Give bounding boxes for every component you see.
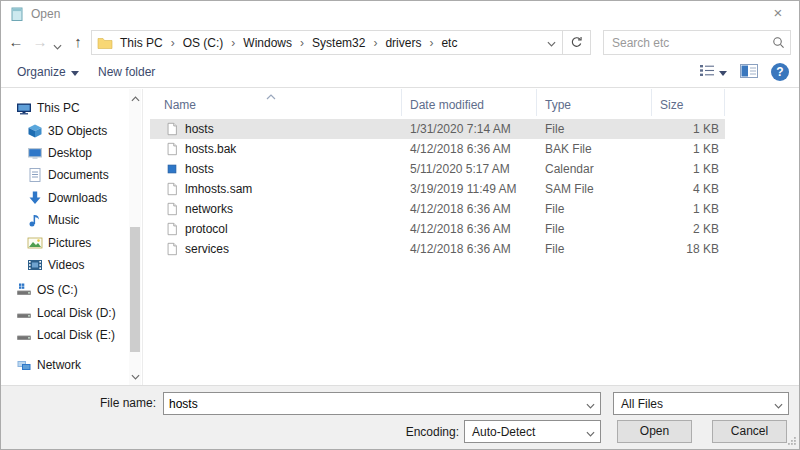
breadcrumb-item[interactable]: System32 bbox=[305, 31, 372, 54]
file-row[interactable]: services4/12/2018 6:36 AMFile18 KB bbox=[150, 239, 725, 259]
sidebar-item-label: Music bbox=[48, 213, 79, 227]
address-dropdown-chevron-icon[interactable] bbox=[540, 36, 562, 50]
column-header-date-modified[interactable]: Date modified bbox=[402, 89, 537, 116]
search-icon bbox=[766, 33, 790, 52]
search-input[interactable] bbox=[604, 35, 766, 51]
file-row[interactable]: lmhosts.sam3/19/2019 11:49 AMSAM File4 K… bbox=[150, 179, 725, 199]
sidebar-item-local-disk-d[interactable]: Local Disk (D:) bbox=[1, 302, 129, 324]
breadcrumb-item[interactable]: drivers bbox=[378, 31, 428, 54]
scroll-down-icon[interactable] bbox=[129, 369, 141, 383]
help-button[interactable]: ? bbox=[771, 63, 789, 81]
breadcrumb-item[interactable]: Windows bbox=[236, 31, 299, 54]
sidebar-item-this-pc[interactable]: This PC bbox=[1, 97, 129, 119]
local-disk-icon bbox=[16, 327, 32, 343]
refresh-icon[interactable] bbox=[563, 33, 590, 52]
file-size: 18 KB bbox=[652, 242, 725, 256]
sidebar-item-label: Local Disk (D:) bbox=[37, 306, 116, 320]
sort-caret-icon bbox=[266, 89, 276, 103]
recent-locations-chevron-icon[interactable] bbox=[53, 39, 62, 53]
file-list-pane: NameDate modifiedTypeSize hosts1/31/2020… bbox=[142, 89, 800, 385]
file-name-cell: networks bbox=[150, 202, 402, 216]
file-row[interactable]: protocol4/12/2018 6:36 AMFile2 KB bbox=[150, 219, 725, 239]
file-row[interactable]: hosts.bak4/12/2018 6:36 AMBAK File1 KB bbox=[150, 139, 725, 159]
breadcrumb-item[interactable]: OS (C:) bbox=[176, 31, 231, 54]
scroll-up-icon[interactable] bbox=[129, 91, 141, 105]
sidebar-item-label: This PC bbox=[37, 101, 80, 115]
new-folder-button[interactable]: New folder bbox=[98, 65, 155, 79]
file-name: lmhosts.sam bbox=[185, 182, 252, 196]
encoding-value: Auto-Detect bbox=[465, 425, 580, 439]
search-box[interactable] bbox=[603, 30, 791, 55]
sidebar-item-local-disk-e[interactable]: Local Disk (E:) bbox=[1, 324, 129, 346]
column-header-name[interactable]: Name bbox=[150, 89, 402, 116]
sidebar-item-desktop[interactable]: Desktop bbox=[1, 142, 129, 164]
sidebar-item-label: Pictures bbox=[48, 236, 91, 250]
chevron-down-icon bbox=[768, 396, 788, 412]
file-icon bbox=[165, 122, 179, 136]
preview-pane-button[interactable] bbox=[740, 64, 758, 81]
sidebar-item-downloads[interactable]: Downloads bbox=[1, 187, 129, 209]
window-title: Open bbox=[31, 7, 60, 21]
cancel-button[interactable]: Cancel bbox=[712, 420, 787, 443]
sidebar-item-documents[interactable]: Documents bbox=[1, 164, 129, 186]
file-name-combobox[interactable] bbox=[163, 392, 601, 415]
encoding-select[interactable]: Auto-Detect bbox=[464, 420, 601, 443]
navigation-bar: ← → ↑ This PC›OS (C:)›Windows›System32›d… bbox=[1, 27, 799, 58]
forward-button[interactable]: → bbox=[29, 31, 51, 53]
file-type-select[interactable]: All Files bbox=[613, 392, 789, 415]
app-icon bbox=[165, 162, 179, 176]
chevron-down-icon bbox=[580, 424, 600, 440]
organize-button[interactable]: Organize bbox=[17, 65, 79, 79]
file-date: 4/12/2018 6:36 AM bbox=[402, 202, 537, 216]
sidebar-item-network[interactable]: Network bbox=[1, 354, 129, 376]
file-name: hosts.bak bbox=[185, 142, 236, 156]
file-size: 1 KB bbox=[652, 162, 725, 176]
column-header-size[interactable]: Size bbox=[652, 89, 725, 116]
sidebar-item-pictures[interactable]: Pictures bbox=[1, 231, 129, 253]
breadcrumb-item[interactable]: This PC bbox=[113, 31, 170, 54]
sidebar-item-label: Desktop bbox=[48, 146, 92, 160]
file-name-cell: protocol bbox=[150, 222, 402, 236]
content-area: This PC3D ObjectsDesktopDocumentsDownloa… bbox=[1, 89, 800, 385]
change-view-button[interactable] bbox=[699, 64, 727, 80]
file-type: File bbox=[537, 202, 652, 216]
up-button[interactable]: ↑ bbox=[67, 31, 89, 53]
encoding-label: Encoding: bbox=[371, 425, 459, 439]
file-date: 1/31/2020 7:14 AM bbox=[402, 122, 537, 136]
open-dialog: Open × ← → ↑ This PC›OS (C:)›Windows›Sys… bbox=[0, 0, 800, 450]
open-button[interactable]: Open bbox=[617, 420, 692, 443]
file-row[interactable]: networks4/12/2018 6:36 AMFile1 KB bbox=[150, 199, 725, 219]
file-icon bbox=[165, 142, 179, 156]
address-bar[interactable]: This PC›OS (C:)›Windows›System32›drivers… bbox=[91, 30, 591, 55]
network-icon bbox=[16, 357, 32, 373]
column-header-type[interactable]: Type bbox=[537, 89, 652, 116]
file-name-input[interactable] bbox=[164, 396, 580, 412]
file-icon bbox=[165, 202, 179, 216]
file-name-cell: hosts.bak bbox=[150, 142, 402, 156]
file-name-label: File name: bbox=[56, 396, 156, 410]
chevron-down-icon[interactable] bbox=[580, 396, 600, 412]
breadcrumb-item[interactable]: etc bbox=[434, 31, 464, 54]
sidebar-item-videos[interactable]: Videos bbox=[1, 254, 129, 276]
back-button[interactable]: ← bbox=[5, 31, 27, 53]
file-type: File bbox=[537, 222, 652, 236]
file-size: 2 KB bbox=[652, 222, 725, 236]
file-name: hosts bbox=[185, 122, 214, 136]
music-icon bbox=[27, 212, 43, 228]
sidebar-item-os-c[interactable]: OS (C:) bbox=[1, 279, 129, 301]
file-row[interactable]: hosts1/31/2020 7:14 AMFile1 KB bbox=[150, 119, 725, 139]
sidebar-item-music[interactable]: Music bbox=[1, 209, 129, 231]
organize-label: Organize bbox=[17, 65, 66, 79]
sidebar-item-label: 3D Objects bbox=[48, 124, 107, 138]
sidebar-scrollbar[interactable] bbox=[129, 89, 141, 385]
file-type: SAM File bbox=[537, 182, 652, 196]
preview-pane-icon bbox=[740, 67, 758, 81]
resize-grip-icon[interactable] bbox=[786, 435, 797, 449]
title-bar: Open × bbox=[1, 1, 799, 27]
close-button[interactable]: × bbox=[757, 1, 799, 25]
scrollbar-thumb[interactable] bbox=[130, 227, 140, 352]
sidebar-item-3d-objects[interactable]: 3D Objects bbox=[1, 119, 129, 141]
sidebar-item-label: Documents bbox=[48, 168, 109, 182]
notepad-icon bbox=[9, 6, 25, 22]
file-row[interactable]: hosts5/11/2020 5:17 AMCalendar1 KB bbox=[150, 159, 725, 179]
